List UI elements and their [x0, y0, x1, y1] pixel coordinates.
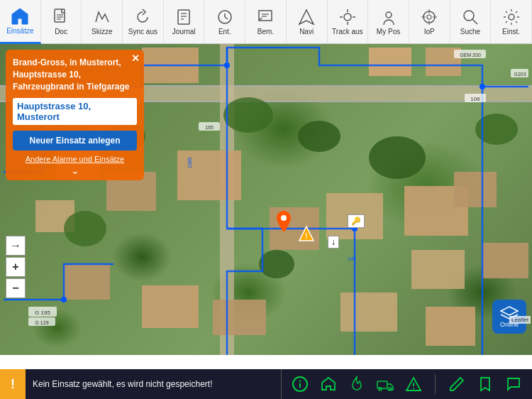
warning-icon: !	[0, 369, 26, 399]
key-marker: 🔑	[348, 214, 365, 228]
chat-icon-button[interactable]	[504, 374, 523, 394]
nav-item-bem[interactable]: Bem.	[245, 0, 287, 44]
svg-rect-35	[426, 48, 461, 76]
edit-icon-button[interactable]	[447, 374, 467, 394]
svg-text:!: !	[305, 232, 307, 240]
nav-label-einst: Einst.	[502, 28, 520, 35]
svg-point-86	[379, 388, 382, 390]
svg-rect-47	[213, 300, 266, 335]
nav-item-journal[interactable]: Journal	[164, 0, 205, 44]
map-controls: → + −	[6, 236, 26, 298]
popup-chevron-icon: ⌄	[13, 165, 137, 176]
warning-triangle-icon-button[interactable]	[404, 374, 423, 394]
svg-rect-48	[340, 293, 397, 332]
popup-address: Hauptstrasse 10, Musterort	[13, 98, 137, 125]
home-icon-button[interactable]	[318, 374, 338, 394]
svg-rect-45	[482, 243, 528, 278]
svg-rect-33	[142, 48, 199, 83]
truck-icon-button[interactable]	[375, 374, 395, 394]
svg-rect-43	[454, 172, 497, 207]
nav-label-track: Track aus	[332, 28, 363, 35]
other-alarms-link[interactable]: Andere Alarme und Einsätze	[13, 155, 137, 163]
svg-line-27	[472, 19, 477, 24]
svg-point-58	[475, 114, 518, 145]
orange-pin-marker	[277, 211, 291, 235]
zoom-out-button[interactable]: −	[6, 278, 26, 298]
svg-point-57	[259, 250, 294, 278]
nav-label-journal: Journal	[172, 28, 196, 35]
svg-point-53	[298, 121, 340, 152]
bottom-icons	[282, 374, 532, 394]
map-area[interactable]: G 195 G 129 195 G203 GEM 200 106 1985 14…	[0, 44, 532, 355]
new-einsatz-button[interactable]: Neuer Einsatz anlegen	[13, 131, 137, 151]
svg-marker-81	[501, 307, 518, 315]
svg-rect-85	[377, 381, 387, 388]
svg-point-84	[299, 381, 301, 382]
bottom-divider	[435, 374, 436, 394]
svg-point-14	[344, 13, 351, 21]
nav-label-iop: IoP	[424, 28, 435, 35]
nav-item-einsaetze[interactable]: Einsätze	[0, 0, 41, 44]
info-icon-button[interactable]	[290, 374, 310, 394]
nav-item-mypos[interactable]: My Pos	[368, 0, 409, 44]
bottom-bar: ! Kein Einsatz gewählt, es wird nicht ge…	[0, 369, 532, 399]
warning-text: Kein Einsatz gewählt, es wird nicht gesp…	[33, 379, 212, 389]
svg-point-52	[223, 97, 273, 133]
svg-point-28	[509, 14, 514, 20]
nav-item-iop[interactable]: IoP	[409, 0, 450, 44]
svg-point-55	[369, 136, 426, 179]
nav-label-skizze: Skizze	[92, 28, 112, 35]
svg-point-78	[281, 215, 287, 221]
nav-item-suche[interactable]: Suche	[450, 0, 492, 44]
svg-marker-13	[299, 10, 314, 24]
svg-point-87	[389, 388, 392, 390]
fire-icon-button[interactable]	[347, 374, 367, 394]
nav-label-sync: Sync aus	[128, 28, 157, 35]
nav-label-navi: Navi	[299, 28, 314, 35]
svg-rect-49	[426, 307, 475, 346]
down-arrow-marker: ↓	[328, 236, 339, 248]
svg-point-21	[427, 15, 431, 19]
nav-label-bem: Bem.	[257, 28, 274, 35]
popup-close-button[interactable]: ✕	[131, 53, 140, 64]
nav-label-suche: Suche	[460, 28, 480, 35]
nav-item-skizze[interactable]: Skizze	[82, 0, 123, 44]
nav-label-einsaetze: Einsätze	[6, 27, 33, 35]
nav-item-einst[interactable]: Einst.	[491, 0, 532, 44]
svg-point-26	[464, 11, 474, 21]
svg-rect-46	[142, 285, 199, 328]
svg-point-56	[64, 211, 106, 246]
nav-item-track[interactable]: Track aus	[328, 0, 369, 44]
triangle-marker: !	[298, 225, 315, 245]
svg-rect-0	[55, 9, 65, 22]
svg-rect-50	[64, 264, 110, 300]
svg-rect-44	[411, 250, 465, 289]
svg-rect-4	[178, 10, 189, 24]
leaflet-attribution: Leaflet	[509, 316, 531, 324]
svg-line-10	[225, 17, 228, 19]
nav-item-ent[interactable]: Ent.	[204, 0, 245, 44]
nav-item-navi[interactable]: Navi	[287, 0, 328, 44]
zoom-in-button[interactable]: +	[6, 257, 26, 277]
nav-label-doc: Doc	[55, 28, 67, 35]
top-navigation: Einsätze Doc Skizze Sync aus	[0, 0, 532, 44]
svg-rect-39	[177, 151, 241, 200]
svg-point-90	[413, 388, 414, 389]
nav-label-ent: Ent.	[218, 28, 231, 35]
warning-section: ! Kein Einsatz gewählt, es wird nicht ge…	[0, 369, 282, 399]
popup-title: Brand-Gross, in Musterort, Hauptstrasse …	[13, 57, 137, 92]
nav-item-doc[interactable]: Doc	[41, 0, 82, 44]
nav-item-sync[interactable]: Sync aus	[123, 0, 164, 44]
svg-point-19	[386, 12, 392, 18]
popup-card: ✕ Brand-Gross, in Musterort, Hauptstrass…	[6, 50, 144, 180]
nav-label-mypos: My Pos	[377, 28, 400, 35]
bookmark-icon-button[interactable]	[475, 374, 495, 394]
svg-rect-34	[369, 48, 411, 76]
arrow-button[interactable]: →	[6, 236, 26, 256]
